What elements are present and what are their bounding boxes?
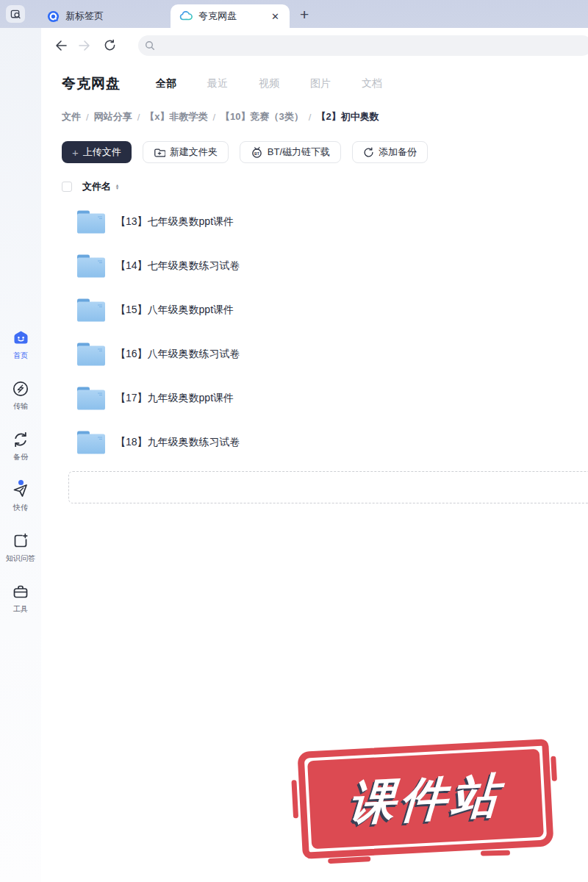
folder-row[interactable]: 【16】八年级奥数练习试卷 [62, 332, 588, 376]
breadcrumb-separator: / [212, 112, 215, 123]
backup-sync-icon [12, 431, 29, 448]
add-backup-button[interactable]: 添加备份 [352, 141, 428, 163]
folder-icon [76, 298, 106, 323]
breadcrumb-current: 【2】初中奥数 [316, 110, 379, 123]
folder-name[interactable]: 【16】八年级奥数练习试卷 [115, 348, 240, 361]
tab-label: 新标签页 [65, 10, 140, 23]
app-sidebar: 首页 传输 备份 [0, 28, 41, 882]
quark-drive-cloud-icon [179, 11, 193, 21]
breadcrumb-item[interactable]: 网站分享 [94, 110, 132, 123]
action-bar: + 上传文件 新建文件夹 BT BT/磁力链下载 [62, 141, 588, 163]
bt-download-icon: BT [251, 146, 263, 158]
browser-tab-bar: 新标签页 夸克网盘 ✕ + [0, 0, 588, 28]
folder-row[interactable]: 【13】七年级奥数ppt课件 [62, 200, 588, 244]
new-folder-button[interactable]: 新建文件夹 [143, 141, 229, 163]
quark-browser-icon [47, 10, 60, 23]
select-all-checkbox[interactable] [62, 182, 72, 192]
breadcrumb: 文件 / 网站分享 / 【x】非教学类 / 【10】竞赛（3类） / 【2】初中… [62, 110, 588, 123]
browser-tab-newtab[interactable]: 新标签页 [38, 4, 148, 28]
drive-content: 夸克网盘 全部 最近 视频 图片 文档 文件 / 网站分享 / 【x】非教学类 … [41, 62, 588, 503]
reload-button[interactable] [98, 39, 121, 51]
filename-column-header: 文件名 [82, 180, 111, 193]
browser-tab-quark-drive[interactable]: 夸克网盘 ✕ [171, 4, 290, 28]
reload-icon [104, 39, 116, 51]
toolbox-icon [12, 583, 29, 600]
breadcrumb-item[interactable]: 【10】竞赛（3类） [220, 110, 304, 123]
sidebar-item-label: 备份 [13, 452, 28, 462]
folder-row[interactable]: 【18】九年级奥数练习试卷 [62, 420, 588, 465]
home-smiley-icon [12, 329, 30, 347]
forward-button[interactable] [74, 40, 96, 51]
search-input[interactable] [159, 40, 588, 51]
folder-icon [76, 254, 106, 279]
sidebar-item-transfer[interactable]: 传输 [12, 380, 29, 412]
tab-search-button[interactable] [6, 5, 25, 23]
sidebar-item-home[interactable]: 首页 [12, 329, 30, 361]
tab-docs[interactable]: 文档 [362, 77, 382, 90]
forward-arrow-icon [78, 40, 91, 51]
upload-file-label: 上传文件 [83, 146, 121, 159]
folder-name[interactable]: 【14】七年级奥数练习试卷 [115, 259, 240, 273]
back-arrow-icon [54, 40, 68, 51]
view-tabs: 全部 最近 视频 图片 文档 [156, 77, 382, 90]
tab-recent[interactable]: 最近 [207, 77, 228, 90]
sidebar-item-label: 知识问答 [6, 553, 35, 564]
new-folder-label: 新建文件夹 [170, 146, 218, 159]
folder-name[interactable]: 【18】九年级奥数练习试卷 [115, 436, 240, 449]
tab-close-icon[interactable]: ✕ [270, 11, 281, 22]
tab-label: 夸克网盘 [198, 10, 264, 23]
breadcrumb-separator: / [309, 112, 312, 123]
upload-file-button[interactable]: + 上传文件 [62, 141, 132, 163]
sidebar-item-label: 工具 [13, 604, 28, 614]
sidebar-item-label: 快传 [13, 503, 28, 513]
folder-name[interactable]: 【15】八年级奥数ppt课件 [115, 304, 234, 317]
tab-search-icon [10, 9, 21, 20]
add-backup-label: 添加备份 [379, 146, 417, 159]
breadcrumb-item[interactable]: 文件 [62, 110, 81, 123]
folder-icon [76, 386, 106, 411]
sidebar-item-quick-send[interactable]: 快传 [12, 481, 29, 513]
svg-text:BT: BT [254, 151, 260, 156]
sidebar-item-knowledge-qa[interactable]: 知识问答 [4, 532, 37, 564]
plus-icon: + [72, 146, 79, 159]
search-icon [145, 40, 155, 51]
folder-name[interactable]: 【17】九年级奥数ppt课件 [115, 392, 234, 405]
sidebar-item-backup[interactable]: 备份 [12, 431, 29, 462]
browser-toolbar [41, 28, 588, 62]
back-button[interactable] [50, 40, 72, 51]
tab-videos[interactable]: 视频 [259, 77, 279, 90]
address-search-bar[interactable] [138, 35, 588, 56]
tab-images[interactable]: 图片 [310, 77, 331, 90]
sidebar-item-tools[interactable]: 工具 [12, 583, 29, 614]
notification-dot [18, 480, 24, 485]
bt-magnet-download-button[interactable]: BT BT/磁力链下载 [240, 141, 341, 163]
folder-icon [76, 342, 106, 367]
breadcrumb-item[interactable]: 【x】非教学类 [145, 110, 207, 123]
folder-row[interactable]: 【14】七年级奥数练习试卷 [62, 244, 588, 288]
sidebar-item-label: 首页 [13, 351, 28, 361]
new-folder-icon [154, 147, 165, 158]
folder-name[interactable]: 【13】七年级奥数ppt课件 [115, 215, 234, 229]
sort-down-icon: ▼ [115, 187, 120, 189]
tab-all[interactable]: 全部 [156, 77, 176, 90]
knowledge-box-icon [12, 532, 29, 550]
sort-toggle[interactable]: ▲ ▼ [115, 184, 120, 190]
folder-row[interactable]: 【15】八年级奥数ppt课件 [62, 288, 588, 332]
folder-row[interactable]: 【17】九年级奥数ppt课件 [62, 376, 588, 420]
file-list-header: 文件名 ▲ ▼ [62, 181, 588, 193]
upload-drop-zone[interactable] [68, 471, 588, 503]
folder-icon [76, 209, 106, 234]
bt-download-label: BT/磁力链下载 [268, 146, 330, 159]
breadcrumb-separator: / [86, 112, 89, 123]
page-title: 夸克网盘 [62, 74, 121, 93]
breadcrumb-separator: / [137, 112, 140, 123]
folder-icon [76, 430, 106, 455]
transfer-icon [12, 380, 29, 398]
sidebar-item-label: 传输 [13, 401, 28, 412]
file-list: 【13】七年级奥数ppt课件 【14】七年级奥数练习试卷 [62, 200, 588, 465]
new-tab-button[interactable]: + [300, 7, 309, 22]
add-backup-icon [363, 147, 374, 158]
